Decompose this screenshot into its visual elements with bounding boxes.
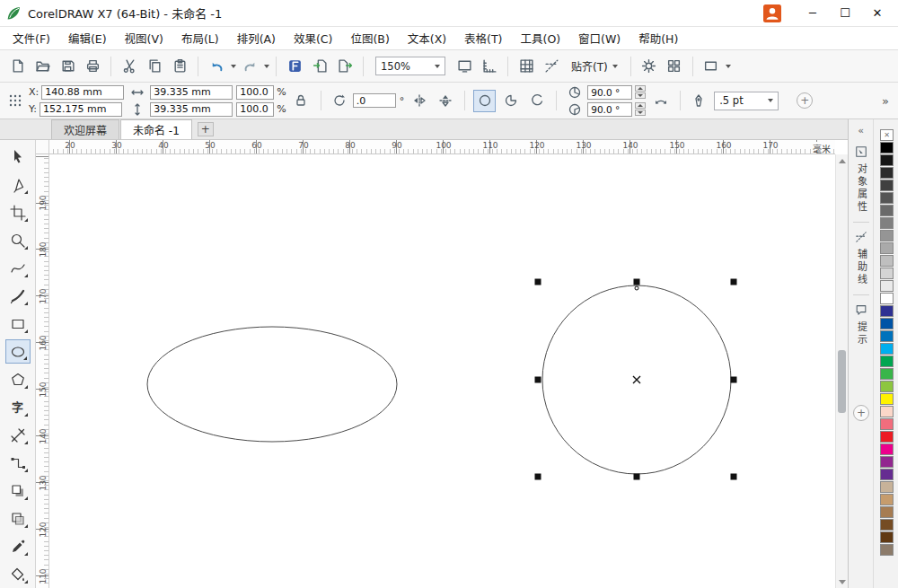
arc-mode-button[interactable]	[525, 90, 548, 112]
crop-tool[interactable]	[5, 200, 31, 224]
spin-down-icon[interactable]	[635, 92, 646, 99]
color-swatch[interactable]	[880, 305, 894, 317]
color-swatch[interactable]	[880, 381, 894, 392]
x-position-input[interactable]	[41, 85, 124, 100]
docker-tab-hints[interactable]: 提示	[849, 295, 873, 355]
menu-item[interactable]: 帮助(H)	[629, 27, 687, 49]
cut-icon[interactable]	[118, 56, 141, 77]
color-swatch[interactable]	[880, 318, 894, 329]
vertical-ruler[interactable]: 190180170160150140130120110	[36, 154, 49, 588]
menu-item[interactable]: 位图(B)	[341, 27, 398, 49]
undo-icon[interactable]	[205, 56, 228, 77]
color-swatch[interactable]	[880, 469, 894, 480]
polygon-tool[interactable]	[5, 367, 31, 391]
menu-item[interactable]: 表格(T)	[455, 27, 511, 49]
scrollbar-thumb[interactable]	[838, 350, 846, 413]
show-grid-icon[interactable]	[515, 56, 538, 77]
color-swatch[interactable]	[880, 192, 894, 204]
interactive-fill-tool[interactable]	[5, 562, 31, 586]
menu-item[interactable]: 编辑(E)	[59, 27, 116, 49]
drawing-canvas[interactable]	[49, 154, 835, 588]
menu-item[interactable]: 工具(O)	[512, 27, 570, 49]
outline-width-combo[interactable]: .5 pt	[714, 92, 779, 110]
color-swatch[interactable]	[880, 456, 894, 468]
color-eyedropper-tool[interactable]	[5, 534, 31, 558]
color-swatch[interactable]	[880, 293, 894, 304]
color-swatch[interactable]	[880, 393, 894, 405]
color-swatch[interactable]	[880, 519, 894, 531]
menu-item[interactable]: 窗口(W)	[569, 27, 629, 49]
y-position-input[interactable]	[40, 102, 122, 117]
redo-dropdown-icon[interactable]	[264, 65, 269, 68]
full-screen-preview-icon[interactable]	[453, 56, 476, 77]
color-swatch[interactable]	[880, 142, 894, 154]
shape-node[interactable]	[635, 286, 638, 290]
paste-icon[interactable]	[168, 56, 191, 77]
color-swatch[interactable]	[880, 544, 894, 556]
zoom-tool[interactable]	[5, 228, 31, 252]
new-document-icon[interactable]	[5, 56, 29, 77]
menu-item[interactable]: 文件(F)	[4, 27, 59, 49]
docker-tab-guidelines[interactable]: 辅助线	[849, 223, 873, 294]
parallel-dimension-tool[interactable]	[5, 423, 31, 447]
close-button[interactable]: ✕	[862, 3, 893, 24]
spin-up-icon[interactable]	[635, 85, 646, 92]
color-swatch[interactable]	[880, 230, 894, 241]
toolbar-overflow-dropdown-icon[interactable]	[726, 65, 731, 68]
shape-tool[interactable]	[5, 172, 31, 197]
pick-tool[interactable]	[5, 145, 31, 169]
color-swatch[interactable]	[880, 494, 894, 505]
ellipse-tool[interactable]	[5, 339, 31, 364]
maximize-button[interactable]: ☐	[830, 3, 860, 24]
pie-mode-button[interactable]	[499, 90, 522, 112]
rotation-angle-input[interactable]	[353, 93, 396, 108]
color-swatch[interactable]	[880, 330, 894, 342]
export-icon[interactable]	[333, 56, 357, 77]
property-bar-overflow[interactable]: »	[878, 94, 893, 108]
color-swatch[interactable]	[880, 481, 894, 493]
scale-horizontal-input[interactable]	[236, 85, 274, 100]
spin-up-icon[interactable]	[635, 102, 646, 109]
color-swatch[interactable]	[880, 406, 894, 417]
show-guidelines-icon[interactable]	[540, 56, 563, 77]
scale-vertical-input[interactable]	[236, 102, 274, 117]
menu-item[interactable]: 视图(V)	[116, 27, 172, 49]
color-swatch[interactable]	[880, 431, 894, 443]
color-swatch[interactable]	[880, 355, 894, 367]
docker-tab-object-properties[interactable]: 对象属性	[849, 137, 873, 222]
show-rulers-icon[interactable]	[478, 56, 501, 77]
color-swatch[interactable]	[880, 443, 894, 455]
text-tool[interactable]: 字	[5, 395, 31, 419]
expand-docker-button[interactable]: «	[853, 123, 869, 137]
no-color-swatch[interactable]: ✕	[880, 129, 894, 141]
change-direction-button[interactable]	[649, 90, 672, 112]
toolbar-overflow-icon[interactable]	[700, 56, 723, 77]
menu-item[interactable]: 文本(X)	[399, 27, 455, 49]
redo-icon[interactable]	[238, 56, 261, 77]
account-user-icon[interactable]	[763, 4, 781, 22]
mirror-horizontal-button[interactable]	[408, 90, 430, 112]
color-swatch[interactable]	[880, 205, 894, 216]
minimize-button[interactable]: ─	[797, 3, 828, 24]
color-swatch[interactable]	[880, 368, 894, 380]
vertical-scrollbar[interactable]	[835, 154, 848, 588]
new-tab-button[interactable]: +	[198, 122, 214, 136]
quick-customize-button[interactable]: +	[797, 92, 813, 109]
open-icon[interactable]	[31, 56, 54, 77]
save-icon[interactable]	[56, 56, 79, 77]
scroll-down-icon[interactable]	[836, 575, 849, 588]
end-angle-value[interactable]: 90.0 °	[587, 102, 632, 117]
snap-to-button[interactable]: 贴齐(T)	[565, 56, 624, 77]
horizontal-ruler[interactable]: 2030405060708090100110120130140150160170…	[49, 140, 835, 154]
color-swatch[interactable]	[880, 167, 894, 179]
start-angle-value[interactable]: 90.0 °	[587, 85, 632, 100]
color-swatch[interactable]	[880, 242, 894, 254]
freehand-tool[interactable]	[5, 256, 31, 280]
end-angle-spinner[interactable]	[635, 102, 646, 116]
menu-item[interactable]: 效果(C)	[285, 27, 341, 49]
corel-connect-icon[interactable]	[283, 56, 306, 77]
copy-icon[interactable]	[143, 56, 166, 77]
color-swatch[interactable]	[880, 531, 894, 543]
drop-shadow-tool[interactable]	[5, 478, 31, 503]
object-width-input[interactable]	[150, 85, 233, 100]
